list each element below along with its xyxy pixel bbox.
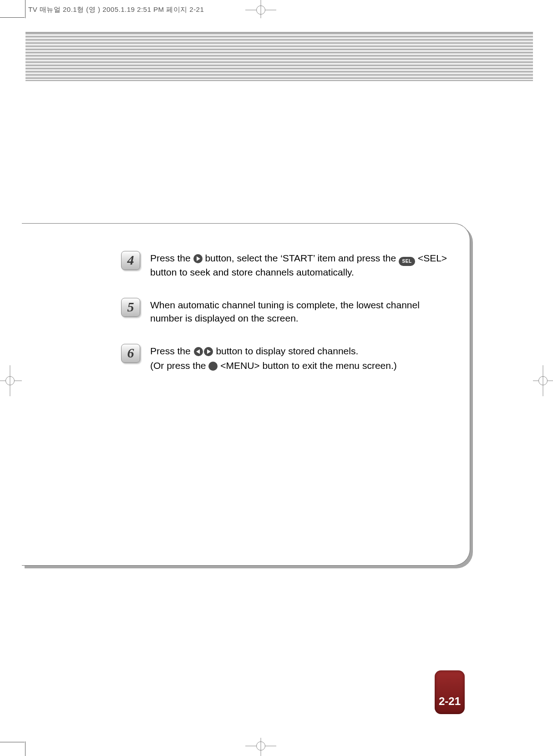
registration-mark-icon [535,373,551,389]
text-fragment: Press the [150,253,193,263]
registration-mark-icon [253,2,269,18]
crop-mark [25,741,25,756]
step-6: 6 Press the button to display stored cha… [121,344,452,373]
step-number-badge: 4 [121,251,140,270]
instruction-panel: 4 Press the button, select the ‘START’ i… [22,223,470,566]
sel-button-icon: SEL [399,257,415,266]
header-stripe-decoration [25,32,533,81]
text-fragment: button, select the ‘START’ item and pres… [205,253,399,263]
step-number-badge: 6 [121,344,140,363]
text-fragment: (Or press the [150,360,208,371]
crop-mark [0,742,25,742]
crop-mark [25,0,25,18]
registration-mark-icon [2,373,18,389]
registration-mark-icon [253,738,269,754]
page-number: 2-21 [439,695,461,708]
page-number-tab: 2-21 [435,670,465,714]
text-fragment: Press the [150,346,193,356]
menu-button-icon [208,362,218,371]
step-4: 4 Press the button, select the ‘START’ i… [121,251,452,279]
print-job-info: TV 매뉴얼 20.1형 (영 ) 2005.1.19 2:51 PM 페이지 … [28,5,204,14]
crop-mark [0,17,25,18]
step-text: Press the button, select the ‘START’ ite… [150,251,452,279]
step-5: 5 When automatic channel tuning is compl… [121,298,452,325]
text-fragment: When automatic channel tuning is complet… [150,300,420,323]
page-sheet: 4 Press the button, select the ‘START’ i… [25,18,533,738]
text-fragment: <MENU> button to exit the menu screen.) [220,360,397,371]
step-text: When automatic channel tuning is complet… [150,298,452,325]
left-right-arrow-icon [193,347,213,359]
step-list: 4 Press the button, select the ‘START’ i… [121,251,452,392]
step-number-badge: 5 [121,298,140,317]
text-fragment: button to display stored channels. [216,346,358,356]
step-text: Press the button to display stored chann… [150,344,397,373]
right-arrow-icon [193,254,203,263]
